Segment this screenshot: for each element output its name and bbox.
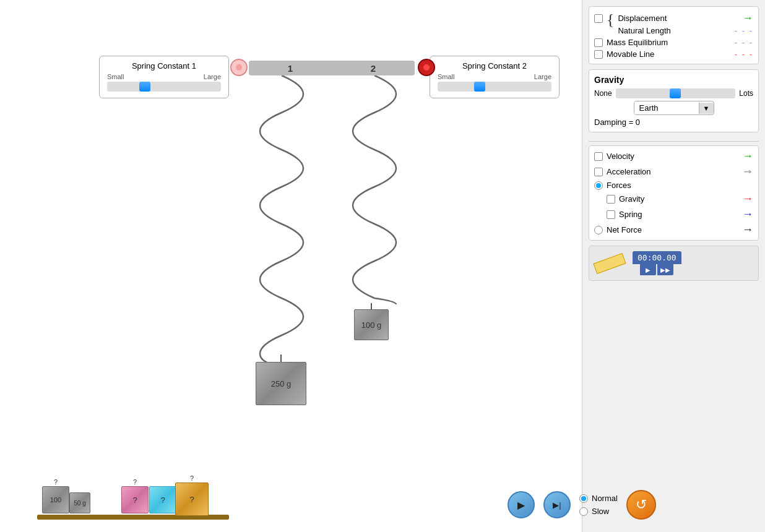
gravity-force-checkbox[interactable]	[607, 195, 615, 204]
net-force-radio[interactable]	[594, 226, 603, 234]
mass-2-container[interactable]: 100 g	[354, 309, 389, 340]
spring-2-small-label: Small	[438, 73, 455, 80]
displacement-label: Displacement	[618, 14, 742, 23]
shelf-mass-50g[interactable]: 50 g	[69, 492, 90, 513]
gravity-slider-track[interactable]	[616, 88, 736, 98]
spring-1-button-icon	[236, 64, 242, 71]
gravity-none-label: None	[594, 89, 612, 98]
displacement-checkbox[interactable]	[594, 14, 603, 23]
mass-equilibrium-label: Mass Equilibrium	[607, 38, 731, 47]
gravity-lots-label: Lots	[739, 89, 753, 98]
movable-line-checkbox[interactable]	[594, 50, 603, 59]
acceleration-checkbox[interactable]	[594, 168, 603, 176]
vectors-section: Velocity → Acceleration → Forces Gravity…	[589, 145, 759, 241]
spring-force-checkbox[interactable]	[607, 210, 615, 219]
spring-1-label: 1	[288, 63, 293, 74]
gravity-force-arrow-icon: →	[742, 192, 753, 205]
normal-speed-radio[interactable]	[579, 494, 588, 503]
net-force-label: Net Force	[607, 225, 738, 234]
mass-equilibrium-checkbox[interactable]	[594, 38, 603, 47]
timer-display: 00:00.00	[633, 251, 681, 264]
shelf-mass-orange[interactable]: ? ?	[175, 483, 209, 516]
natural-length-line-icon: - - -	[735, 26, 753, 35]
spring-1-button[interactable]	[230, 59, 248, 76]
shelf-mass-orange-question-top: ?	[190, 474, 194, 482]
spring-constant-1-panel: Spring Constant 1 Small Large	[99, 56, 229, 98]
shelf-mass-100-label: 100	[50, 496, 61, 504]
spring-2-label: 2	[371, 63, 376, 74]
slow-speed-label: Slow	[592, 507, 609, 516]
speed-controls: Normal Slow	[579, 494, 618, 516]
shelf-mass-100[interactable]: ? 100	[42, 486, 69, 513]
mass-equilibrium-line-icon: - - -	[735, 38, 753, 47]
mass-1-hook	[280, 354, 282, 362]
spring-1-small-label: Small	[107, 73, 124, 80]
gravity-slider-thumb[interactable]	[670, 88, 681, 98]
display-options-section: { Displacement → Natural Length - - - Ma…	[589, 6, 759, 64]
shelf-mass-pink-label: ?	[132, 496, 137, 505]
shelf-mass-50g-label: 50 g	[74, 500, 85, 507]
shelf-mass-cyan[interactable]: ?	[149, 486, 176, 513]
spring-constant-2-thumb[interactable]	[474, 82, 485, 92]
spring-force-arrow-icon: →	[742, 208, 753, 221]
movable-line-icon: - - -	[735, 49, 753, 59]
spring-2-large-label: Large	[534, 73, 551, 80]
gravity-title: Gravity	[594, 75, 753, 85]
timer-play-button[interactable]: ▶	[640, 264, 656, 275]
natural-length-label: Natural Length	[618, 26, 734, 35]
mass-1-container[interactable]: 250 g	[256, 362, 306, 405]
spring-2-button-icon	[423, 64, 430, 71]
ruler-icon[interactable]	[593, 252, 626, 273]
spring-constant-2-title: Spring Constant 2	[438, 61, 551, 71]
bottom-controls: ▶ ▶| Normal Slow ↺	[508, 490, 656, 520]
spring-2-button[interactable]	[418, 59, 435, 76]
gravity-section: Gravity None Lots Earth ▼ Damping = 0	[589, 69, 759, 132]
timer-section: 00:00.00 ▶ ▶▶	[589, 246, 759, 281]
spring-constant-1-slider-track[interactable]	[107, 82, 221, 92]
shelf-mass-pink-question-top: ?	[133, 478, 137, 486]
curly-brace-icon: {	[607, 12, 614, 28]
shelf-mass-orange-label: ?	[189, 495, 194, 504]
mass-2-label: 100 g	[361, 320, 382, 330]
reset-button[interactable]: ↺	[626, 490, 656, 520]
spring-1-coil	[254, 75, 309, 366]
play-button[interactable]: ▶	[508, 491, 535, 518]
displacement-arrow-icon: →	[742, 12, 753, 25]
forces-label: Forces	[607, 181, 753, 190]
mass-2-hook	[371, 303, 372, 309]
spring-force-label: Spring	[619, 210, 738, 219]
timer-forward-button[interactable]: ▶▶	[657, 264, 673, 275]
right-panel: { Displacement → Natural Length - - - Ma…	[582, 0, 765, 532]
velocity-label: Velocity	[607, 152, 738, 161]
acceleration-label: Acceleration	[607, 167, 738, 176]
gravity-planet-selector[interactable]: Earth ▼	[634, 101, 714, 115]
spring-2-coil	[347, 75, 402, 304]
mass-2-block[interactable]: 100 g	[354, 309, 389, 340]
panel-divider-1	[589, 141, 759, 142]
spring-constant-1-thumb[interactable]	[139, 82, 150, 92]
velocity-checkbox[interactable]	[594, 152, 603, 161]
shelf-mass-pink[interactable]: ? ?	[121, 486, 149, 513]
damping-label: Damping = 0	[594, 118, 753, 127]
spring-constant-2-panel: Spring Constant 2 Small Large	[430, 56, 560, 98]
gravity-force-label: Gravity	[619, 194, 738, 204]
movable-line-label: Movable Line	[607, 49, 731, 59]
forces-radio[interactable]	[594, 181, 603, 190]
spring-constant-1-title: Spring Constant 1	[107, 61, 221, 71]
mass-1-label: 250 g	[271, 379, 292, 388]
shelf-mass-cyan-label: ?	[160, 496, 165, 505]
step-button[interactable]: ▶|	[543, 491, 571, 518]
spring-constant-2-slider-track[interactable]	[438, 82, 551, 92]
acceleration-arrow-icon: →	[742, 165, 753, 178]
velocity-arrow-icon: →	[742, 150, 753, 163]
gravity-planet-label: Earth	[634, 101, 699, 114]
spring-top-bar: 1 2	[249, 61, 415, 75]
mass-1-block[interactable]: 250 g	[256, 362, 306, 405]
shelf-mass-100-question: ?	[54, 478, 58, 486]
spring-1-large-label: Large	[204, 73, 221, 80]
normal-speed-label: Normal	[592, 494, 618, 503]
slow-speed-radio[interactable]	[579, 507, 588, 516]
net-force-arrow-icon: →	[742, 223, 753, 236]
gravity-planet-dropdown-icon[interactable]: ▼	[699, 103, 714, 114]
